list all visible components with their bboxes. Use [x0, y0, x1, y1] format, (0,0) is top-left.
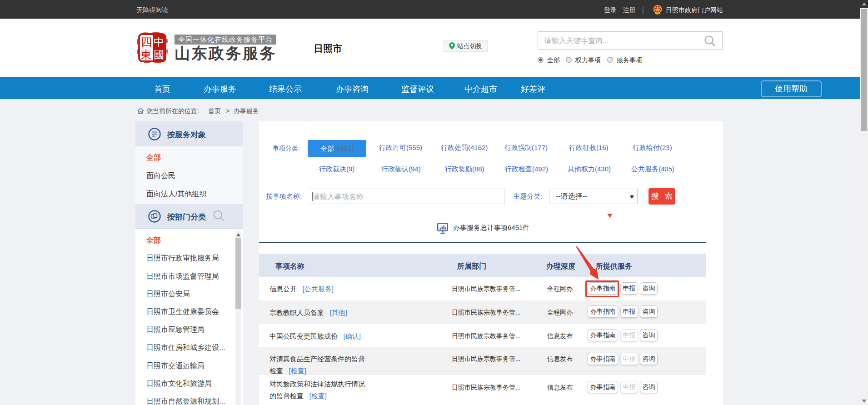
- svg-text:東: 東: [140, 49, 152, 61]
- svg-text:中: 中: [154, 36, 164, 48]
- svg-text:四: 四: [141, 36, 152, 48]
- svg-text:國: 國: [154, 49, 165, 60]
